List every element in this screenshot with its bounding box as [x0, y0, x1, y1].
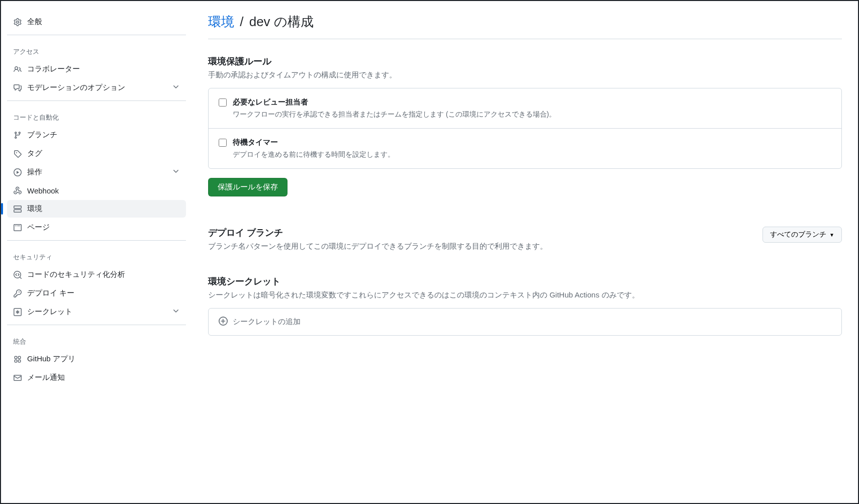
- sidebar-item-label: GitHub アプリ: [27, 354, 75, 364]
- sidebar-item-label: 全般: [27, 17, 42, 27]
- key-asterisk-icon: [13, 308, 22, 317]
- deploy-branch-section: デプロイ ブランチ ブランチ名パターンを使用してこの環境にデプロイできるブランチ…: [208, 227, 842, 259]
- server-icon: [13, 205, 22, 214]
- gear-icon: [13, 18, 22, 27]
- dropdown-label: すべてのブランチ: [770, 230, 826, 239]
- section-header-code: コードと自動化: [7, 105, 186, 126]
- sidebar-item-label: モデレーションのオプション: [27, 83, 125, 92]
- sidebar-item-label: タグ: [27, 149, 42, 158]
- rule-description: デプロイを進める前に待機する時間を設定します。: [233, 150, 831, 159]
- comment-discussion-icon: [13, 83, 22, 92]
- codescan-icon: [13, 270, 22, 279]
- sidebar-item-label: 操作: [27, 167, 42, 177]
- breadcrumb-current: dev の構成: [249, 14, 314, 29]
- plus-circle-icon: [219, 317, 228, 327]
- sidebar-item-moderation[interactable]: モデレーションのオプション: [7, 79, 186, 96]
- sidebar-item-branches[interactable]: ブランチ: [7, 126, 186, 144]
- sidebar-item-label: シークレット: [27, 307, 72, 317]
- browser-icon: [13, 223, 22, 232]
- save-protection-button[interactable]: 保護ルールを保存: [208, 178, 288, 196]
- sidebar-item-label: Webhook: [27, 186, 59, 195]
- divider: [7, 35, 186, 35]
- protection-section: 環境保護ルール 手動の承認およびタイムアウトの構成に使用できます。 必要なレビュ…: [208, 55, 842, 196]
- sidebar-item-deploy-keys[interactable]: デプロイ キー: [7, 284, 186, 302]
- key-icon: [13, 289, 22, 298]
- rule-wait-timer: 待機タイマー デプロイを進める前に待機する時間を設定します。: [209, 129, 841, 168]
- caret-down-icon: ▼: [829, 232, 834, 238]
- divider: [7, 100, 186, 101]
- sidebar-item-label: ブランチ: [27, 130, 57, 140]
- secrets-section: 環境シークレット シークレットは暗号化された環境変数ですこれらにアクセスできるの…: [208, 275, 842, 336]
- sidebar-item-code-security[interactable]: コードのセキュリティ化分析: [7, 266, 186, 283]
- protection-rules-box: 必要なレビュー担当者 ワークフローの実行を承認できる担当者またはチームを指定しま…: [208, 88, 842, 169]
- sidebar-item-webhook[interactable]: Webhook: [7, 182, 186, 199]
- sidebar-item-label: 環境: [27, 204, 42, 214]
- add-secret-label: シークレットの追加: [233, 317, 301, 327]
- sidebar-item-collaborators[interactable]: コラボレーター: [7, 60, 186, 78]
- sidebar-item-mail-notification[interactable]: メール通知: [7, 369, 186, 386]
- section-title: 環境保護ルール: [208, 55, 842, 67]
- play-circle-icon: [13, 168, 22, 177]
- chevron-down-icon: [172, 83, 180, 92]
- sidebar-item-tags[interactable]: タグ: [7, 145, 186, 162]
- rule-required-reviewers: 必要なレビュー担当者 ワークフローの実行を承認できる担当者またはチームを指定しま…: [209, 88, 841, 129]
- people-icon: [13, 65, 22, 74]
- sidebar-item-label: コードのセキュリティ化分析: [27, 270, 125, 279]
- rule-title: 待機タイマー: [233, 138, 278, 147]
- sidebar-item-label: コラボレーター: [27, 64, 80, 74]
- chevron-down-icon: [172, 167, 180, 177]
- breadcrumb-separator: /: [240, 14, 243, 29]
- sidebar-item-actions[interactable]: 操作: [7, 163, 186, 181]
- section-description: 手動の承認およびタイムアウトの構成に使用できます。: [208, 70, 842, 80]
- sidebar-item-label: ページ: [27, 223, 50, 232]
- webhook-icon: [13, 186, 22, 195]
- sidebar-item-secrets[interactable]: シークレット: [7, 303, 186, 321]
- required-reviewers-checkbox[interactable]: [219, 98, 227, 107]
- sidebar-item-pages[interactable]: ページ: [7, 219, 186, 236]
- section-header-integration: 統合: [7, 329, 186, 350]
- breadcrumb-link[interactable]: 環境: [208, 14, 234, 29]
- git-branch-icon: [13, 131, 22, 140]
- section-description: シークレットは暗号化された環境変数ですこれらにアクセスできるのはこの環境のコンテ…: [208, 290, 842, 300]
- sidebar-item-general[interactable]: 全般: [7, 13, 186, 31]
- section-description: ブランチ名パターンを使用してこの環境にデプロイできるブランチを制限する目的で利用…: [208, 242, 547, 251]
- divider: [7, 240, 186, 241]
- section-header-security: セキュリティ: [7, 245, 186, 266]
- tag-icon: [13, 149, 22, 158]
- sidebar-item-github-apps[interactable]: GitHub アプリ: [7, 350, 186, 368]
- apps-icon: [13, 355, 22, 364]
- sidebar: 全般 アクセス コラボレーター モデレーションのオプション コードと自動化: [1, 1, 192, 503]
- sidebar-item-label: メール通知: [27, 373, 65, 382]
- wait-timer-checkbox[interactable]: [219, 139, 227, 147]
- mail-icon: [13, 373, 22, 382]
- chevron-down-icon: [172, 307, 180, 317]
- section-title: デプロイ ブランチ: [208, 227, 547, 239]
- branch-filter-dropdown[interactable]: すべてのブランチ ▼: [762, 227, 842, 243]
- main-content: 環境 / dev の構成 環境保護ルール 手動の承認およびタイムアウトの構成に使…: [192, 1, 858, 503]
- add-secret-button[interactable]: シークレットの追加: [208, 308, 842, 336]
- sidebar-item-label: デプロイ キー: [27, 288, 74, 298]
- rule-title: 必要なレビュー担当者: [233, 97, 308, 107]
- rule-description: ワークフローの実行を承認できる担当者またはチームを指定します (この環境にアクセ…: [233, 110, 831, 119]
- page-title: 環境 / dev の構成: [208, 13, 842, 39]
- sidebar-item-environment[interactable]: 環境: [7, 200, 186, 218]
- section-title: 環境シークレット: [208, 275, 842, 287]
- divider: [7, 325, 186, 325]
- section-header-access: アクセス: [7, 39, 186, 60]
